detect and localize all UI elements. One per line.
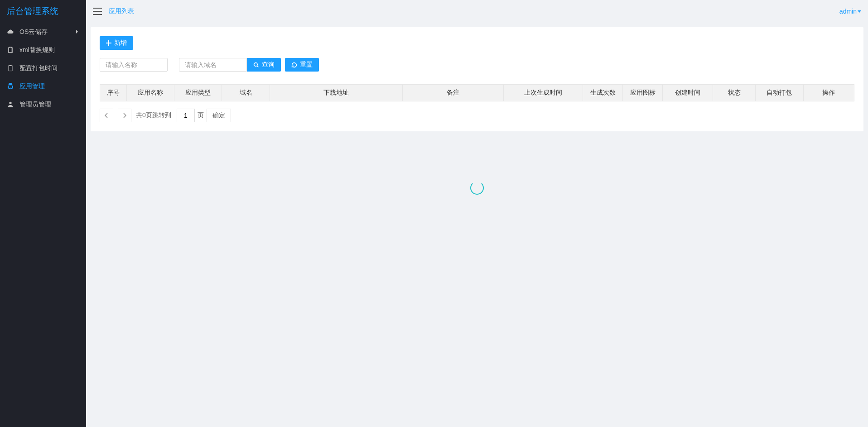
sidebar-item-xml-rules[interactable]: xml替换规则 xyxy=(0,41,86,59)
user-icon xyxy=(7,101,14,108)
sidebar-item-os-storage[interactable]: OS云储存 xyxy=(0,23,86,41)
pager-total-text: 共0页跳转到 xyxy=(136,111,171,120)
user-menu[interactable]: admin xyxy=(839,8,861,15)
plus-icon xyxy=(106,40,111,46)
name-input[interactable] xyxy=(100,58,168,72)
table-header-cell: 域名 xyxy=(222,85,270,101)
cloud-icon xyxy=(7,28,14,35)
table-header-cell: 操作 xyxy=(804,85,854,101)
reset-button[interactable]: 重置 xyxy=(285,58,319,72)
sidebar-item-label: xml替换规则 xyxy=(19,41,55,59)
svg-point-1 xyxy=(254,62,258,66)
sidebar-item-app-manage[interactable]: 应用管理 xyxy=(0,77,86,95)
pager-page-input[interactable] xyxy=(177,109,195,122)
table-header-cell: 序号 xyxy=(100,85,127,101)
search-button-label: 查询 xyxy=(262,61,275,69)
sidebar-item-label: 应用管理 xyxy=(19,77,45,95)
sidebar-item-label: 管理员管理 xyxy=(19,95,51,113)
pager-confirm-button[interactable]: 确定 xyxy=(207,109,231,122)
pager-prev-button[interactable] xyxy=(100,109,113,122)
sidebar-item-admin-manage[interactable]: 管理员管理 xyxy=(0,95,86,113)
sidebar: 后台管理系统 OS云储存 xml替换规则 配置打包时间 xyxy=(0,0,86,427)
android-icon xyxy=(7,82,14,90)
table-header-cell: 下载地址 xyxy=(270,85,403,101)
clipboard-icon xyxy=(7,46,14,53)
content-panel: 新增 查询 重置 序号应用名称应用类型域名下载地址备注上次生成时间生成次数应用图… xyxy=(91,27,863,131)
pager-page-suffix: 页 xyxy=(198,111,204,120)
add-button[interactable]: 新增 xyxy=(100,36,133,50)
user-name: admin xyxy=(839,8,857,15)
table-header-cell: 自动打包 xyxy=(756,85,803,101)
main-content: 新增 查询 重置 序号应用名称应用类型域名下载地址备注上次生成时间生成次数应用图… xyxy=(86,23,868,427)
toolbar: 新增 xyxy=(100,36,854,50)
sidebar-item-pack-time[interactable]: 配置打包时间 xyxy=(0,59,86,77)
top-header: 应用列表 admin xyxy=(86,0,868,23)
loading-spinner xyxy=(470,181,484,195)
table-header-cell: 应用类型 xyxy=(174,85,222,101)
app-logo: 后台管理系统 xyxy=(0,0,86,23)
domain-input[interactable] xyxy=(179,58,247,72)
filter-bar: 查询 重置 xyxy=(100,58,854,72)
table-header-cell: 生成次数 xyxy=(583,85,623,101)
table-header-cell: 备注 xyxy=(403,85,504,101)
chevron-right-icon xyxy=(75,29,79,34)
table-header-row: 序号应用名称应用类型域名下载地址备注上次生成时间生成次数应用图标创建时间状态自动… xyxy=(100,85,854,101)
sidebar-item-label: 配置打包时间 xyxy=(19,59,58,77)
table-header-cell: 上次生成时间 xyxy=(504,85,583,101)
svg-point-0 xyxy=(9,102,11,104)
sidebar-item-label: OS云储存 xyxy=(19,23,48,41)
data-table: 序号应用名称应用类型域名下载地址备注上次生成时间生成次数应用图标创建时间状态自动… xyxy=(100,84,854,101)
sidebar-menu: OS云储存 xml替换规则 配置打包时间 应用管理 xyxy=(0,23,86,113)
search-icon xyxy=(253,62,259,68)
table-header-cell: 应用图标 xyxy=(623,85,663,101)
breadcrumb: 应用列表 xyxy=(109,7,134,15)
caret-down-icon xyxy=(858,10,861,13)
reset-button-label: 重置 xyxy=(300,61,313,69)
menu-toggle-button[interactable] xyxy=(93,8,102,15)
table-header-cell: 状态 xyxy=(713,85,756,101)
add-button-label: 新增 xyxy=(114,39,127,47)
refresh-icon xyxy=(291,62,297,68)
clipboard-icon xyxy=(7,64,14,72)
table-header-cell: 应用名称 xyxy=(127,85,174,101)
pager-next-button[interactable] xyxy=(118,109,131,122)
table-header-cell: 创建时间 xyxy=(663,85,713,101)
pager: 共0页跳转到 页 确定 xyxy=(100,109,854,122)
search-button[interactable]: 查询 xyxy=(247,58,281,72)
